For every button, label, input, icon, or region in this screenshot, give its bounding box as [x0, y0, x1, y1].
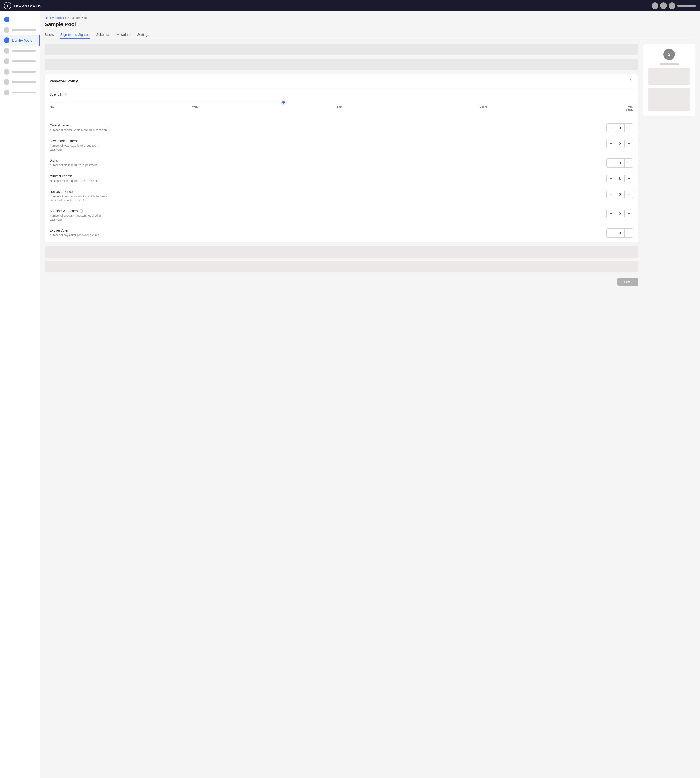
not-used-since-increment[interactable]: +	[625, 190, 633, 199]
lowercase-letters-info: Lowercase Letters Number of lowercase le…	[50, 139, 111, 152]
breadcrumb-separator: >	[67, 16, 69, 20]
strength-label-text: Strength	[50, 92, 62, 96]
digits-info: Digits Number of digits required in pass…	[50, 159, 97, 167]
sidebar-item-3[interactable]	[0, 56, 40, 67]
tab-sign-in-sign-up[interactable]: Sign-in and Sign-up	[60, 31, 90, 39]
not-used-since-value: 0	[615, 190, 625, 198]
capital-letters-decrement[interactable]: −	[607, 124, 615, 132]
tab-metadata[interactable]: Metadata	[116, 31, 131, 39]
main-layout: Identity Pools Identity Pools list >	[0, 12, 700, 778]
slider-labels: Any Weak Fair Strong VeryStrong	[50, 105, 633, 111]
sidebar-item-identity-pools[interactable]: Identity Pools	[0, 35, 40, 45]
slider-label-weak: Weak	[192, 105, 199, 111]
breadcrumb-list-link[interactable]: Identity Pools list	[45, 16, 66, 20]
avatar-name-placeholder	[660, 63, 678, 65]
sidebar-item-home[interactable]	[0, 14, 40, 25]
special-characters-decrement[interactable]: −	[607, 209, 615, 218]
bottom-placeholder-2	[45, 260, 638, 272]
password-policy-title: Password Policy	[50, 79, 78, 83]
special-characters-info: Special Characters i Number of special c…	[50, 209, 111, 222]
lowercase-letters-value: 0	[615, 140, 625, 147]
strength-info-icon[interactable]: i	[63, 92, 67, 96]
not-used-since-control: − 0 +	[606, 190, 633, 199]
top-placeholder-2	[45, 59, 638, 70]
special-characters-title: Special Characters i	[50, 209, 111, 213]
page-title: Sample Pool	[45, 21, 695, 28]
breadcrumb: Identity Pools list > Sample Pool	[45, 16, 695, 20]
top-navigation: S SECUREAUTH	[0, 0, 700, 12]
expires-after-row: Expires After Number of days after passw…	[50, 229, 633, 237]
special-characters-control: − 0 +	[606, 209, 633, 218]
sidebar-item-6[interactable]	[0, 87, 40, 98]
password-policy-card: Password Policy ⌃ Strength i	[45, 74, 638, 242]
save-button[interactable]: Save	[617, 277, 638, 286]
capital-letters-increment[interactable]: +	[625, 124, 633, 132]
sidebar-label-4	[12, 71, 36, 73]
expires-after-info: Expires After Number of days after passw…	[50, 229, 99, 237]
expires-after-increment[interactable]: +	[625, 229, 633, 237]
minimal-length-decrement[interactable]: −	[607, 174, 615, 183]
logo-area: S SECUREAUTH	[4, 2, 649, 10]
sidebar-item-1[interactable]	[0, 25, 40, 35]
sidebar-label-3	[12, 60, 36, 62]
avatar: S	[663, 48, 675, 60]
collapse-button[interactable]: ⌃	[628, 78, 633, 84]
digits-decrement[interactable]: −	[607, 159, 615, 167]
lowercase-letters-row: Lowercase Letters Number of lowercase le…	[50, 139, 633, 152]
tab-bar: Users Sign-in and Sign-up Schemas Metada…	[45, 31, 695, 39]
bottom-placeholders	[45, 246, 638, 272]
sidebar-icon-1	[4, 27, 10, 33]
sidebar-label-6	[12, 92, 36, 93]
not-used-since-info: Not Used Since Number of last passwords …	[50, 190, 111, 203]
nav-settings-icon[interactable]	[660, 2, 667, 9]
main-column: Password Policy ⌃ Strength i	[45, 43, 638, 286]
lowercase-letters-decrement[interactable]: −	[607, 139, 615, 148]
slider-label-very-strong: VeryStrong	[626, 105, 633, 111]
sidebar-item-5[interactable]	[0, 77, 40, 87]
slider-label-any: Any	[50, 105, 54, 111]
expires-after-decrement[interactable]: −	[607, 229, 615, 237]
right-card: S	[643, 43, 695, 116]
nav-bar-decoration	[677, 5, 696, 7]
special-characters-desc: Number of special characters required in…	[50, 214, 111, 222]
minimal-length-title: Minimal Length	[50, 174, 99, 178]
sidebar-icon-5	[4, 79, 10, 85]
expires-after-title: Expires After	[50, 229, 99, 232]
lowercase-letters-desc: Number of lowercase letters required in …	[50, 144, 111, 152]
tab-users[interactable]: Users	[45, 31, 54, 39]
digits-increment[interactable]: +	[625, 159, 633, 167]
strength-section: Strength i Any Weak Fair Strong	[50, 92, 633, 117]
sidebar-icon-2	[4, 48, 10, 53]
special-characters-info-icon[interactable]: i	[79, 209, 83, 213]
tab-schemas[interactable]: Schemas	[96, 31, 110, 39]
not-used-since-decrement[interactable]: −	[607, 190, 615, 199]
minimal-length-increment[interactable]: +	[625, 174, 633, 183]
sidebar-icon-3	[4, 58, 10, 64]
sidebar-label-1	[12, 29, 36, 31]
strength-slider[interactable]	[50, 102, 633, 102]
slider-label-strong: Strong	[480, 105, 487, 111]
sidebar-active-label: Identity Pools	[12, 39, 32, 42]
not-used-since-row: Not Used Since Number of last passwords …	[50, 190, 633, 203]
sidebar-label-2	[12, 50, 36, 52]
expires-after-value: 0	[615, 229, 625, 237]
nav-user-icon[interactable]	[652, 2, 658, 9]
digits-desc: Number of digits required in password	[50, 163, 97, 167]
password-policy-body: Strength i Any Weak Fair Strong	[45, 88, 638, 242]
sidebar-label-5	[12, 81, 36, 83]
minimal-length-info: Minimal Length Minimal length required f…	[50, 174, 99, 183]
expires-after-desc: Number of days after password expires	[50, 233, 99, 237]
breadcrumb-current: Sample Pool	[70, 16, 87, 20]
tab-settings[interactable]: Settings	[137, 31, 150, 39]
bottom-placeholder-1	[45, 246, 638, 258]
sidebar-item-4[interactable]	[0, 67, 40, 77]
nav-notification-icon[interactable]	[669, 2, 675, 9]
capital-letters-info: Capital Letters Number of capital letter…	[50, 124, 108, 132]
minimal-length-control: − 8 +	[606, 174, 633, 183]
lowercase-letters-increment[interactable]: +	[625, 139, 633, 148]
sidebar-item-2[interactable]	[0, 45, 40, 56]
expires-after-control: − 0 +	[606, 229, 633, 237]
two-col-layout: Password Policy ⌃ Strength i	[45, 43, 695, 286]
special-characters-increment[interactable]: +	[625, 209, 633, 218]
not-used-since-desc: Number of last passwords for which the s…	[50, 195, 111, 203]
